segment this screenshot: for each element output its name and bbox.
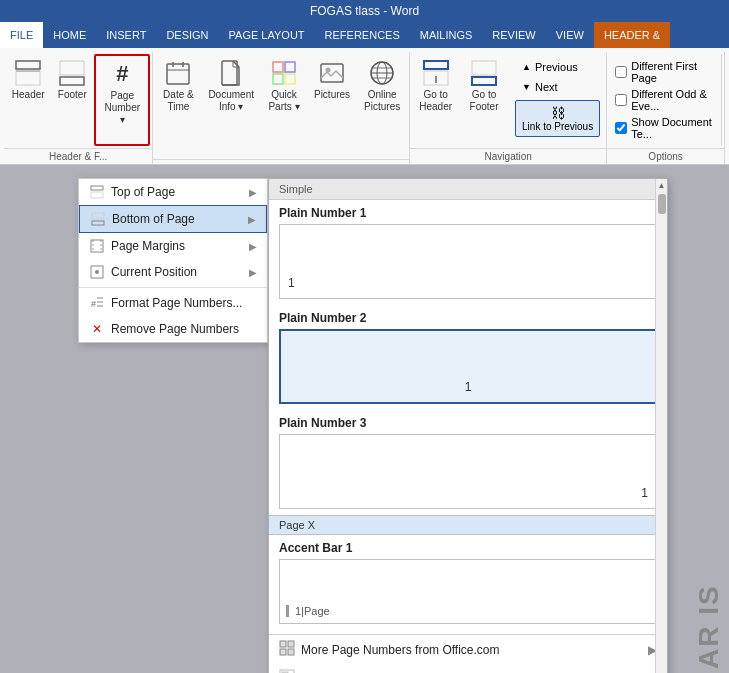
svg-rect-43: [280, 649, 286, 655]
more-page-numbers-item[interactable]: More Page Numbers from Office.com ▶: [269, 635, 667, 664]
date-time-button[interactable]: Date &Time: [155, 54, 201, 157]
menu-item-references[interactable]: REFERENCES: [315, 22, 410, 48]
current-position-icon: [89, 264, 105, 280]
scrollbar-thumb[interactable]: [658, 194, 666, 214]
header-button[interactable]: Header: [6, 54, 50, 146]
save-selection-item[interactable]: Save Selection as Page Number (Bottom): [269, 664, 667, 673]
context-remove-page-numbers[interactable]: ✕ Remove Page Numbers: [79, 316, 267, 342]
next-button[interactable]: ▼ Next: [515, 78, 600, 96]
menu-item-review[interactable]: REVIEW: [482, 22, 545, 48]
options-checkboxes: Different First Page Different Odd & Eve…: [609, 54, 722, 146]
svg-rect-9: [222, 61, 237, 85]
different-first-page-checkbox[interactable]: [615, 66, 627, 78]
go-to-header-button[interactable]: Go toHeader: [412, 54, 459, 116]
menu-item-mailings[interactable]: MAILINGS: [410, 22, 483, 48]
svg-rect-44: [288, 649, 294, 655]
menu-item-home[interactable]: HOME: [43, 22, 96, 48]
plain-number-1-number: 1: [288, 276, 295, 290]
next-icon: ▼: [522, 82, 531, 92]
submenu-bottom-items: More Page Numbers from Office.com ▶ Save…: [269, 634, 667, 673]
top-of-page-icon: [89, 184, 105, 200]
menu-bar: FILE HOME INSERT DESIGN PAGE LAYOUT REFE…: [0, 22, 729, 48]
online-pictures-label: OnlinePictures: [364, 89, 400, 113]
show-document-checkbox[interactable]: [615, 122, 627, 134]
menu-item-insert[interactable]: INSERT: [96, 22, 156, 48]
menu-item-view[interactable]: VIEW: [546, 22, 594, 48]
accent-bar-1-preview: 1|Page: [279, 559, 657, 624]
different-odd-even-option[interactable]: Different Odd & Eve...: [615, 86, 715, 114]
bottom-of-page-arrow: ▶: [248, 214, 256, 225]
document-info-label: DocumentInfo ▾: [208, 89, 254, 113]
context-top-of-page[interactable]: Top of Page ▶: [79, 179, 267, 205]
context-divider: [79, 287, 267, 288]
different-first-page-option[interactable]: Different First Page: [615, 58, 715, 86]
menu-item-header-footer[interactable]: HEADER &: [594, 22, 670, 48]
svg-rect-1: [16, 71, 40, 85]
ribbon-group-header-footer: Header Footer # PageNumber ▾ Header & F.…: [4, 52, 153, 164]
context-format-page-numbers[interactable]: # Format Page Numbers...: [79, 290, 267, 316]
document-info-icon: [215, 57, 247, 89]
svg-rect-23: [424, 61, 448, 69]
submenu-plain-number-2[interactable]: Plain Number 2 1: [269, 305, 667, 410]
ribbon-group-header-footer-label: Header & F...: [4, 148, 152, 164]
page-number-button-label: PageNumber ▾: [102, 90, 142, 126]
title-bar-text: FOGAS tlass - Word: [8, 4, 721, 18]
svg-rect-14: [273, 74, 283, 84]
submenu-plain-number-3[interactable]: Plain Number 3 1: [269, 410, 667, 515]
go-to-header-label: Go toHeader: [419, 89, 452, 113]
page-number-button[interactable]: # PageNumber ▾: [94, 54, 150, 146]
svg-rect-5: [167, 64, 189, 84]
quick-parts-button[interactable]: QuickParts ▾: [261, 54, 307, 157]
menu-item-file[interactable]: FILE: [0, 22, 43, 48]
different-odd-even-label: Different Odd & Eve...: [631, 88, 715, 112]
svg-rect-29: [91, 192, 103, 198]
link-to-previous-label: Link to Previous: [522, 121, 593, 132]
ribbon-group-navigation: Go toHeader Go toFooter ▲ Previous: [410, 52, 607, 164]
svg-rect-3: [60, 61, 84, 75]
context-bottom-of-page[interactable]: Bottom of Page ▶: [79, 205, 267, 233]
pictures-button[interactable]: Pictures: [307, 54, 357, 157]
different-odd-even-checkbox[interactable]: [615, 94, 627, 106]
previous-button[interactable]: ▲ Previous: [515, 58, 600, 76]
accent-bar-1-title: Accent Bar 1: [279, 541, 657, 555]
go-to-footer-label: Go toFooter: [470, 89, 499, 113]
footer-button[interactable]: Footer: [50, 54, 94, 146]
scrollbar-up-button[interactable]: ▲: [658, 179, 666, 192]
go-to-header-icon: [420, 57, 452, 89]
submenu-plain-number-1[interactable]: Plain Number 1 1: [269, 200, 667, 305]
context-current-position[interactable]: Current Position ▶: [79, 259, 267, 285]
svg-rect-41: [280, 641, 286, 647]
show-document-label: Show Document Te...: [631, 116, 715, 140]
page-margins-arrow: ▶: [249, 241, 257, 252]
svg-rect-15: [285, 74, 295, 84]
link-to-previous-button[interactable]: ⛓ Link to Previous: [515, 100, 600, 137]
link-to-previous-icon: ⛓: [551, 105, 565, 121]
menu-item-page-layout[interactable]: PAGE LAYOUT: [219, 22, 315, 48]
go-to-footer-button[interactable]: Go toFooter: [461, 54, 507, 116]
context-page-margins[interactable]: Page Margins ▶: [79, 233, 267, 259]
svg-rect-42: [288, 641, 294, 647]
more-page-numbers-icon: [279, 640, 295, 659]
plain-number-2-title: Plain Number 2: [279, 311, 657, 325]
submenu-accent-bar-1[interactable]: Accent Bar 1 1|Page: [269, 535, 667, 630]
bottom-of-page-icon: [90, 211, 106, 227]
menu-item-design[interactable]: DESIGN: [156, 22, 218, 48]
page-number-icon: #: [106, 58, 138, 90]
online-pictures-button[interactable]: OnlinePictures: [357, 54, 407, 157]
show-document-option[interactable]: Show Document Te...: [615, 114, 715, 142]
document-info-button[interactable]: DocumentInfo ▾: [201, 54, 261, 157]
svg-rect-26: [472, 61, 496, 75]
remove-page-numbers-icon: ✕: [89, 321, 105, 337]
svg-rect-4: [60, 77, 84, 85]
page-margins-icon: [89, 238, 105, 254]
submenu-page-x-label: Page X: [269, 515, 667, 535]
svg-rect-28: [91, 186, 103, 190]
pictures-label: Pictures: [314, 89, 350, 101]
context-format-page-numbers-label: Format Page Numbers...: [111, 296, 257, 310]
submenu-bottom-of-page: Simple Plain Number 1 1 Plain Number 2 1: [268, 178, 668, 673]
online-pictures-icon: [366, 57, 398, 89]
svg-rect-0: [16, 61, 40, 69]
context-bottom-of-page-label: Bottom of Page: [112, 212, 242, 226]
submenu-scrollbar[interactable]: ▲ ▼: [655, 179, 667, 673]
different-first-page-label: Different First Page: [631, 60, 715, 84]
